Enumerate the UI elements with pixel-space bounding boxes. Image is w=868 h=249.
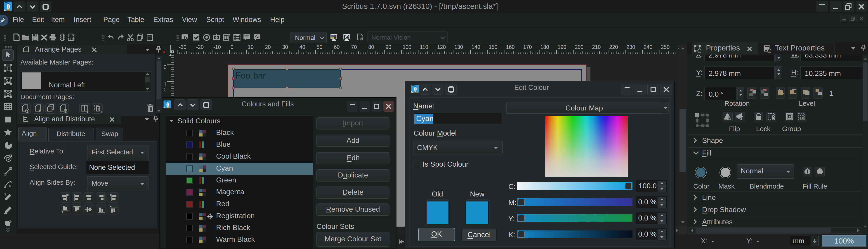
svg-text:160: 160 <box>506 44 515 50</box>
svg-text:70: 70 <box>351 44 357 50</box>
svg-text:150: 150 <box>489 44 497 50</box>
svg-text:180: 180 <box>540 44 549 50</box>
svg-text:190: 190 <box>558 44 566 50</box>
svg-text:0: 0 <box>164 87 166 92</box>
svg-text:0: 0 <box>164 64 166 70</box>
svg-text:60: 60 <box>334 44 340 50</box>
svg-text:?: ? <box>4 193 6 196</box>
svg-text:230: 230 <box>626 44 635 50</box>
svg-text:40: 40 <box>300 44 305 50</box>
svg-text:250: 250 <box>661 44 670 50</box>
svg-text:80: 80 <box>368 44 374 50</box>
svg-text:1: 1 <box>97 108 99 111</box>
svg-text:0: 0 <box>230 44 234 50</box>
svg-text:110: 110 <box>420 44 428 50</box>
svg-text:220: 220 <box>609 44 618 50</box>
svg-text:10: 10 <box>248 44 254 50</box>
svg-text:-20: -20 <box>196 44 204 50</box>
svg-text:90: 90 <box>385 44 391 50</box>
svg-text:50: 50 <box>317 44 322 50</box>
svg-text:200: 200 <box>575 44 583 50</box>
svg-text:100: 100 <box>403 44 411 50</box>
svg-text:140: 140 <box>471 44 480 50</box>
svg-text:210: 210 <box>592 44 600 50</box>
svg-text:-10: -10 <box>213 44 221 50</box>
svg-text:T: T <box>6 65 9 71</box>
svg-text:130: 130 <box>454 44 463 50</box>
svg-text:170: 170 <box>523 44 532 50</box>
svg-text:30: 30 <box>282 44 288 50</box>
svg-text:240: 240 <box>644 44 652 50</box>
svg-text:20: 20 <box>265 44 271 50</box>
svg-text:120: 120 <box>437 44 446 50</box>
